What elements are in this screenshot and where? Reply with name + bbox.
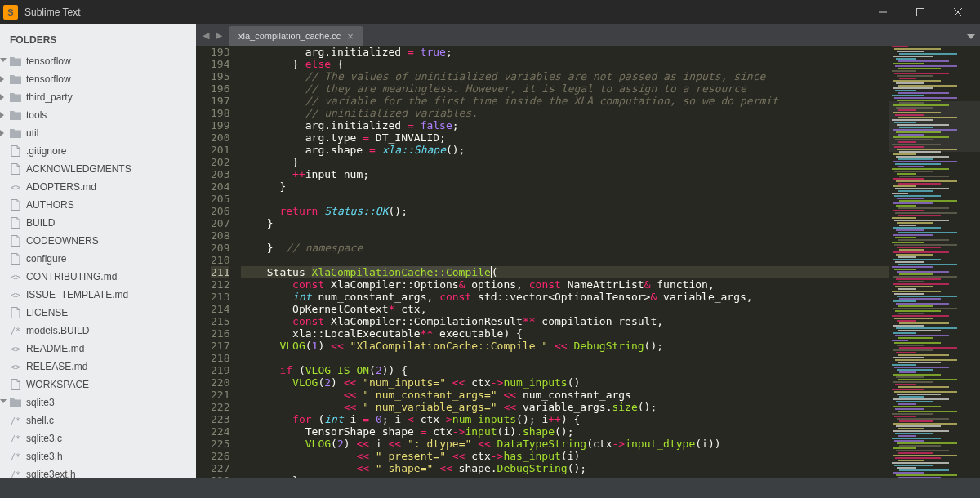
nav-back-icon[interactable]: ◀ [203,30,209,41]
folder-item[interactable]: tensorflow [0,70,196,88]
file-item[interactable]: WORKSPACE [0,376,196,394]
file-item[interactable]: <>ADOPTERS.md [0,178,196,196]
file-label: BUILD [26,217,55,229]
tab-filename: xla_compilation_cache.cc [238,31,341,41]
nav-forward-icon[interactable]: ▶ [216,30,222,41]
maximize-button[interactable] [902,0,939,24]
folder-tree: tensorflowtensorflowthird_partytoolsutil… [0,49,196,478]
folder-label: tensorflow [26,56,71,67]
tab-close-icon[interactable]: × [347,30,354,42]
file-item[interactable]: <>CONTRIBUTING.md [0,268,196,286]
file-item[interactable]: /*sqlite3ext.h [0,465,196,478]
minimap[interactable] [889,46,980,478]
folder-label: util [26,127,38,139]
sidebar: FOLDERS tensorflowtensorflowthird_partyt… [0,24,196,478]
file-item[interactable]: <>ISSUE_TEMPLATE.md [0,286,196,304]
project-folder[interactable]: sqlite3 [0,394,196,411]
file-label: ADOPTERS.md [26,181,96,193]
folder-label: tools [26,109,47,121]
file-label: CODEOWNERS [26,235,99,247]
folder-item[interactable]: third_party [0,88,196,106]
file-label: sqlite3.c [26,433,62,444]
file-item[interactable]: BUILD [0,214,196,232]
app-icon: S [3,5,18,20]
file-item[interactable]: LICENSE [0,304,196,322]
folder-label: sqlite3 [26,397,55,408]
code-area[interactable]: arg.initialized = true; } else { // The … [241,46,889,478]
svg-rect-0 [917,9,924,16]
file-label: sqlite3ext.h [26,469,76,478]
folder-item[interactable]: util [0,124,196,142]
tab-bar-row: ◀ ▶ xla_compilation_cache.cc × [196,24,980,46]
tab-bar: xla_compilation_cache.cc × [229,24,980,46]
folder-label: tensorflow [26,73,71,85]
file-label: models.BUILD [26,325,89,336]
file-label: CONTRIBUTING.md [26,271,117,282]
file-item[interactable]: <>RELEASE.md [0,358,196,376]
file-label: LICENSE [26,307,68,318]
close-button[interactable] [939,0,977,24]
line-number-gutter: 1931941951961971981992002012022032042052… [196,46,241,478]
file-label: WORKSPACE [26,379,89,390]
file-item[interactable]: AUTHORS [0,196,196,214]
file-item[interactable]: CODEOWNERS [0,232,196,250]
title-bar: S Sublime Text [0,0,980,24]
minimize-button[interactable] [864,0,902,24]
file-label: RELEASE.md [26,361,87,372]
file-item[interactable]: <>README.md [0,340,196,358]
file-label: shell.c [26,415,54,426]
file-label: sqlite3.h [26,451,63,462]
file-item[interactable]: /*sqlite3.c [0,429,196,447]
file-label: configure [26,253,66,265]
tab-active[interactable]: xla_compilation_cache.cc × [229,26,363,46]
sidebar-header: FOLDERS [0,31,196,49]
file-label: ISSUE_TEMPLATE.md [26,289,128,300]
file-item[interactable]: /*shell.c [0,411,196,429]
file-item[interactable]: ACKNOWLEDGMENTS [0,160,196,178]
project-folder[interactable]: tensorflow [0,52,196,70]
folder-item[interactable]: tools [0,106,196,124]
file-label: .gitignore [26,145,66,157]
file-item[interactable]: .gitignore [0,142,196,160]
code-editor[interactable]: 1931941951961971981992002012022032042052… [196,46,980,478]
file-item[interactable]: /*sqlite3.h [0,447,196,465]
app-title: Sublime Text [24,7,80,18]
file-label: ACKNOWLEDGMENTS [26,163,131,175]
file-item[interactable]: configure [0,250,196,268]
file-label: AUTHORS [26,199,74,211]
status-bar [0,478,980,498]
file-item[interactable]: /*models.BUILD [0,322,196,340]
tab-overflow-icon[interactable] [967,29,975,44]
folder-label: third_party [26,91,73,103]
file-label: README.md [26,343,84,354]
